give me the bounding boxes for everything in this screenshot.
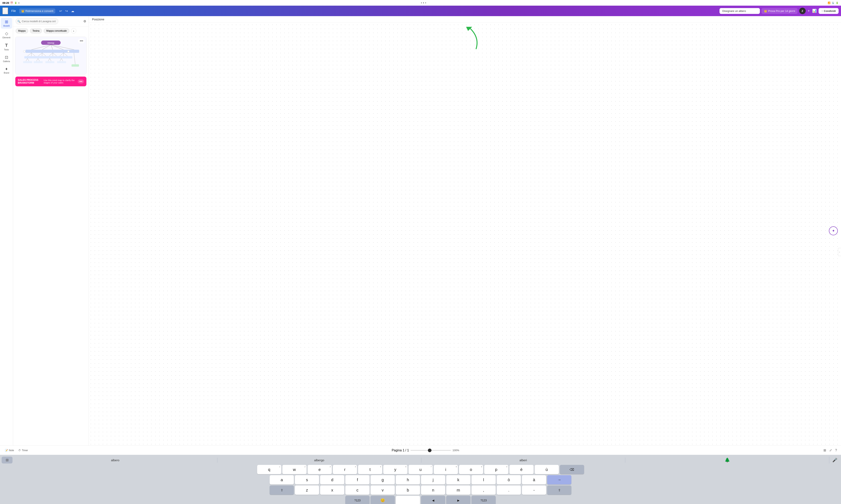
svg-point-52 bbox=[23, 50, 25, 52]
key-shift-right[interactable]: ⇧ bbox=[547, 485, 571, 495]
key-g[interactable]: g bbox=[371, 475, 395, 484]
key-k[interactable]: k bbox=[446, 475, 470, 484]
menu-button[interactable]: ☰ bbox=[2, 7, 8, 14]
key-backspace[interactable]: ⌫ bbox=[560, 465, 584, 474]
key-a[interactable]: a bbox=[270, 475, 294, 484]
key-b[interactable]: b bbox=[396, 485, 420, 495]
template-card-sales[interactable]: SALES PROCESS BRAINSTORM Use this mind m… bbox=[15, 76, 87, 87]
template-card-sitemap[interactable]: ••• Sitemap bbox=[15, 37, 87, 74]
autocomplete-word-1[interactable]: albero bbox=[13, 457, 217, 463]
autocomplete-word-2[interactable]: albergo bbox=[217, 457, 422, 463]
filter-button[interactable]: ⚙ bbox=[83, 19, 86, 23]
panel-search-input[interactable] bbox=[16, 18, 58, 24]
svg-line-49 bbox=[61, 58, 63, 61]
sidebar-item-testo[interactable]: T Testo bbox=[1, 41, 12, 52]
notes-button[interactable]: 📝 Note bbox=[3, 448, 16, 453]
key-hyphen[interactable]: - bbox=[522, 485, 546, 495]
autocomplete-word-3[interactable]: alberi bbox=[422, 457, 625, 463]
sales-more-button[interactable]: ••• bbox=[78, 79, 84, 84]
key-h[interactable]: h bbox=[396, 475, 420, 484]
key-y[interactable]: 6y bbox=[383, 465, 408, 474]
sales-template-title: SALES PROCESS BRAINSTORM bbox=[18, 79, 44, 84]
key-p[interactable]: 0p bbox=[484, 465, 509, 474]
key-s[interactable]: s bbox=[295, 475, 319, 484]
key-o[interactable]: 9o bbox=[459, 465, 483, 474]
zoom-percent: 100% bbox=[452, 449, 461, 452]
battery-level-icon: 🔋 bbox=[836, 2, 839, 4]
main-layout: ⊞ Modelli ◇ Elementi T Testo ⊡ Galleria … bbox=[0, 16, 841, 446]
key-m[interactable]: m bbox=[446, 485, 470, 495]
key-w[interactable]: 2w bbox=[282, 465, 307, 474]
template-more-button[interactable]: ••• bbox=[78, 38, 85, 43]
tag-mappa-concettuale[interactable]: Mappa concettuale bbox=[44, 28, 69, 34]
sidebar-item-modelli[interactable]: ⊞ Modelli bbox=[1, 18, 12, 29]
key-r[interactable]: 4r bbox=[333, 465, 357, 474]
key-i[interactable]: 8i bbox=[434, 465, 458, 474]
key-f[interactable]: f bbox=[345, 475, 370, 484]
svg-rect-7 bbox=[25, 50, 37, 53]
key-arrow-right[interactable]: ▶ bbox=[446, 496, 470, 504]
key-l[interactable]: l bbox=[471, 475, 496, 484]
key-num-right[interactable]: ?123 bbox=[471, 496, 496, 504]
key-j[interactable]: j bbox=[421, 475, 445, 484]
magic-button[interactable]: ✦ bbox=[829, 227, 838, 235]
add-button[interactable]: + bbox=[807, 8, 810, 14]
key-space[interactable] bbox=[396, 496, 420, 504]
autocomplete-tree-emoji[interactable]: 🌲 bbox=[625, 457, 829, 464]
undo-button[interactable]: ↩ bbox=[58, 8, 63, 14]
keyboard-grid-button[interactable]: ⊞ bbox=[2, 457, 13, 464]
share-button[interactable]: ↑ Condividi bbox=[819, 8, 839, 14]
resize-convert-button[interactable]: 👑 Ridimensiona e converti bbox=[19, 8, 55, 14]
galleria-label: Galleria bbox=[3, 60, 10, 62]
key-e[interactable]: 3e bbox=[308, 465, 332, 474]
canvas-dotted-bg[interactable] bbox=[89, 23, 841, 446]
key-arrow-left[interactable]: ◀ bbox=[421, 496, 445, 504]
key-e-grave[interactable]: è bbox=[510, 465, 534, 474]
key-shift-left[interactable]: ⇧ bbox=[270, 485, 294, 495]
key-u[interactable]: 7u bbox=[409, 465, 433, 474]
keyboard-row-4: ?123 😊 ◀ ▶ ?123 bbox=[1, 496, 840, 504]
key-n[interactable]: n bbox=[421, 485, 445, 495]
sidebar-item-brand[interactable]: ♦ Brand bbox=[1, 65, 12, 76]
timer-button[interactable]: ⏱ Timer bbox=[17, 448, 30, 453]
fullscreen-button[interactable]: ⤢ bbox=[828, 448, 833, 453]
zoom-slider[interactable] bbox=[411, 450, 451, 451]
cloud-button[interactable]: ☁ bbox=[70, 8, 75, 14]
key-u-grave[interactable]: ù bbox=[535, 465, 559, 474]
pro-trial-button[interactable]: 👑 Prova Pro per 14 giorni bbox=[761, 8, 797, 14]
svg-line-14 bbox=[31, 53, 35, 56]
canvas-header: Posizione bbox=[89, 16, 841, 23]
key-t[interactable]: 5t bbox=[358, 465, 382, 474]
keyboard-row-3: ⇧ z x c v b n m , . - ⇧ bbox=[1, 485, 840, 495]
status-time: 09:20 bbox=[2, 1, 9, 4]
key-d[interactable]: d bbox=[320, 475, 344, 484]
user-avatar[interactable]: Z bbox=[799, 8, 806, 14]
key-emoji[interactable]: 😊 bbox=[371, 496, 395, 504]
tags-next-button[interactable]: › bbox=[71, 28, 76, 34]
sidebar-item-elementi[interactable]: ◇ Elementi bbox=[1, 30, 12, 40]
key-period[interactable]: . bbox=[497, 485, 521, 495]
timer-label: Timer bbox=[22, 449, 28, 452]
key-c[interactable]: c bbox=[345, 485, 370, 495]
grid-view-button[interactable]: ⊞ bbox=[823, 448, 827, 453]
file-button[interactable]: File bbox=[10, 8, 18, 13]
tag-mappa[interactable]: Mappa bbox=[16, 28, 28, 34]
key-comma[interactable]: , bbox=[471, 485, 496, 495]
key-a-grave[interactable]: à bbox=[522, 475, 546, 484]
key-o-grave[interactable]: ò bbox=[497, 475, 521, 484]
search-action-button[interactable]: Disegnare un albero bbox=[720, 8, 760, 14]
key-q[interactable]: 1q bbox=[257, 465, 281, 474]
panel-search-area: 🔍 ⚙ bbox=[13, 16, 89, 26]
key-x[interactable]: x bbox=[320, 485, 344, 495]
redo-button[interactable]: ↪ bbox=[64, 8, 69, 14]
tag-tesina[interactable]: Tesina bbox=[30, 28, 42, 34]
key-v[interactable]: v bbox=[371, 485, 395, 495]
key-enter[interactable]: → bbox=[547, 475, 571, 484]
chart-button[interactable]: 📊 bbox=[812, 8, 817, 14]
key-z[interactable]: z bbox=[295, 485, 319, 495]
microphone-button[interactable]: 🎤 bbox=[829, 457, 840, 464]
help-button[interactable]: ? bbox=[834, 448, 838, 453]
key-num-left[interactable]: ?123 bbox=[345, 496, 370, 504]
crown-icon: 👑 bbox=[21, 10, 24, 13]
sidebar-item-galleria[interactable]: ⊡ Galleria bbox=[1, 53, 12, 64]
